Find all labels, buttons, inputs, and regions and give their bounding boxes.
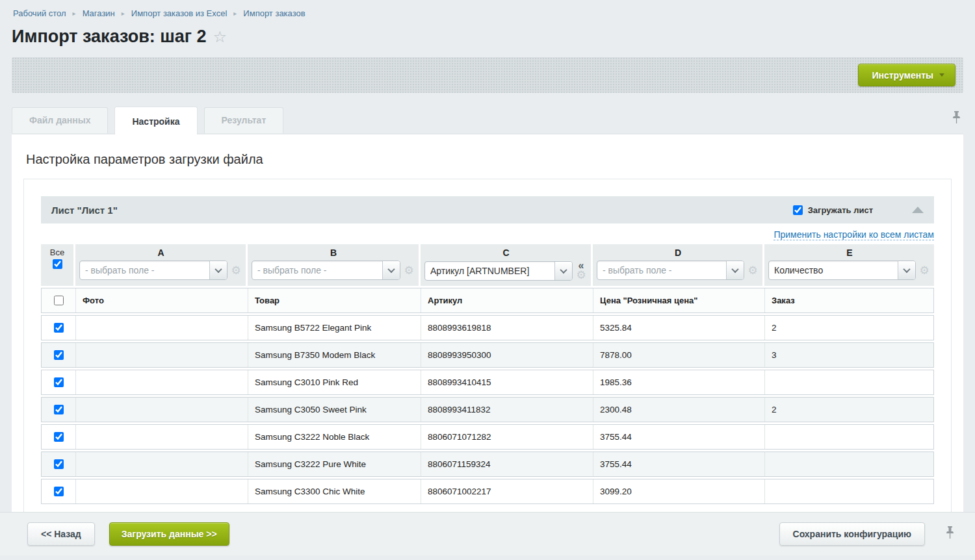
footer-bar: << Назад Загрузить данные >> Сохранить к… <box>0 512 975 555</box>
column-D-field-select[interactable]: - выбрать поле - <box>597 261 744 280</box>
qty-cell <box>765 425 933 449</box>
back-button[interactable]: << Назад <box>27 522 95 546</box>
gear-icon[interactable]: ⚙ <box>231 265 240 276</box>
qty-cell <box>765 452 933 476</box>
qty-cell <box>765 479 933 503</box>
row-checkbox[interactable] <box>54 405 64 414</box>
column-letter: C <box>424 246 588 261</box>
column-B-field-select[interactable]: - выбрать поле - <box>252 261 400 280</box>
favorite-star-icon[interactable]: ☆ <box>213 29 228 45</box>
row-checkbox[interactable] <box>54 350 64 360</box>
table-row: Samsung C3222 Noble Black 8806071071282 … <box>41 424 934 450</box>
gear-icon[interactable]: ⚙ <box>748 265 757 276</box>
price-cell: 3099.20 <box>593 479 765 503</box>
collapse-panel-icon[interactable] <box>912 207 924 213</box>
artnumber-cell: 8808993411832 <box>421 398 593 422</box>
select-value: Количество <box>769 261 898 279</box>
column-mapping-grid: Все A - выбрать поле - ⚙ B - выбрать пол… <box>41 244 934 286</box>
product-cell: Samsung B5722 Elegant Pink <box>248 316 421 340</box>
table-row: Samsung C3010 Pink Red 8808993410415 198… <box>41 370 934 395</box>
section-heading: Настройка параметров загрузки файла <box>26 152 949 167</box>
column-header: Цена "Розничная цена" <box>593 288 765 312</box>
row-checkbox[interactable] <box>54 377 64 387</box>
photo-cell <box>76 425 248 449</box>
chevron-down-icon <box>939 73 944 77</box>
tab-file-data[interactable]: Файл данных <box>12 107 108 133</box>
artnumber-cell: 8808993410415 <box>421 370 593 394</box>
gear-icon[interactable]: ⚙ <box>576 270 586 281</box>
photo-cell <box>76 452 248 476</box>
header-checkbox[interactable] <box>54 296 64 305</box>
photo-cell <box>76 343 248 367</box>
save-config-button[interactable]: Сохранить конфигурацию <box>779 522 925 546</box>
gear-icon[interactable]: ⚙ <box>919 265 929 276</box>
table-row: Samsung C3300 Chic White 8806071002217 3… <box>41 479 934 504</box>
column-A-field-select[interactable]: - выбрать поле - <box>79 261 228 280</box>
product-cell: Samsung C3010 Pink Red <box>248 370 421 394</box>
tab-result[interactable]: Результат <box>204 107 284 133</box>
pin-icon[interactable] <box>950 111 963 127</box>
column-B-cell: B - выбрать поле - ⚙ <box>248 244 419 286</box>
column-letter: E <box>768 246 931 261</box>
column-letter: A <box>79 246 242 261</box>
photo-cell <box>76 398 248 422</box>
row-checkbox[interactable] <box>54 432 64 442</box>
artnumber-cell: 8806071159324 <box>421 452 593 476</box>
price-cell: 3755.44 <box>593 452 765 476</box>
artnumber-cell: 8808993950300 <box>421 343 593 367</box>
breadcrumb-link[interactable]: Магазин <box>83 8 115 18</box>
qty-cell <box>765 370 933 394</box>
price-cell: 2300.48 <box>593 398 765 422</box>
table-header-row: ФотоТоварАртикулЦена "Розничная цена"Зак… <box>41 288 934 313</box>
apply-all-sheets-link[interactable]: Применить настройки ко всем листам <box>774 229 934 240</box>
breadcrumb-link[interactable]: Импорт заказов <box>243 8 305 18</box>
product-cell: Samsung B7350 Modem Black <box>248 343 421 367</box>
row-checkbox[interactable] <box>54 487 64 496</box>
row-checkbox[interactable] <box>54 459 64 469</box>
table-row: Samsung B7350 Modem Black 8808993950300 … <box>41 342 934 368</box>
select-value: Артикул [ARTNUMBER] <box>425 262 554 280</box>
artnumber-cell: 8806071071282 <box>421 425 593 449</box>
column-C-cell: C Артикул [ARTNUMBER] « ⚙ <box>421 244 591 286</box>
price-cell: 7878.00 <box>593 343 765 367</box>
artnumber-cell: 8808993619818 <box>421 316 593 340</box>
qty-cell: 2 <box>765 398 933 422</box>
column-header: Артикул <box>421 288 593 312</box>
column-header: Товар <box>248 288 421 312</box>
tab-settings[interactable]: Настройка <box>114 107 197 134</box>
column-E-field-select[interactable]: Количество <box>768 261 916 280</box>
breadcrumb-link[interactable]: Импорт заказов из Excel <box>131 8 228 18</box>
breadcrumb-link[interactable]: Рабочий стол <box>13 8 66 18</box>
breadcrumb-separator-icon: ▸ <box>233 10 237 17</box>
qty-cell: 2 <box>765 316 933 340</box>
toolbar: Инструменты <box>12 57 963 93</box>
row-checkbox[interactable] <box>54 323 64 333</box>
column-D-cell: D - выбрать поле - ⚙ <box>593 244 762 286</box>
select-arrow-icon <box>209 261 227 279</box>
column-A-cell: A - выбрать поле - ⚙ <box>75 244 246 286</box>
pin-icon[interactable] <box>943 526 957 542</box>
artnumber-cell: 8806071002217 <box>421 479 593 503</box>
column-letter: B <box>252 246 415 261</box>
product-cell: Samsung C3300 Chic White <box>248 479 421 503</box>
breadcrumb-separator-icon: ▸ <box>73 10 76 17</box>
load-data-button[interactable]: Загрузить данные >> <box>109 522 229 546</box>
select-all-cell: Все <box>41 244 73 286</box>
column-letter: D <box>597 246 759 261</box>
load-sheet-checkbox[interactable] <box>793 205 803 215</box>
product-cell: Samsung C3050 Sweet Pink <box>248 398 421 422</box>
gear-icon[interactable]: ⚙ <box>404 265 413 276</box>
price-cell: 1985.36 <box>593 370 765 394</box>
qty-cell: 3 <box>765 343 933 367</box>
breadcrumb-separator-icon: ▸ <box>122 10 125 17</box>
column-header: Заказ <box>765 288 933 312</box>
select-arrow-icon <box>726 261 744 279</box>
column-header: Фото <box>76 288 248 312</box>
pin-icon-glyph <box>952 111 961 124</box>
column-E-cell: E Количество ⚙ <box>764 244 934 286</box>
sheet-settings-box: Лист "Лист 1" Загружать лист Применить н… <box>23 179 952 514</box>
column-C-field-select[interactable]: Артикул [ARTNUMBER] <box>424 261 573 281</box>
tools-button[interactable]: Инструменты <box>858 64 956 86</box>
select-all-checkbox[interactable] <box>53 259 62 269</box>
load-sheet-label: Загружать лист <box>808 205 873 215</box>
